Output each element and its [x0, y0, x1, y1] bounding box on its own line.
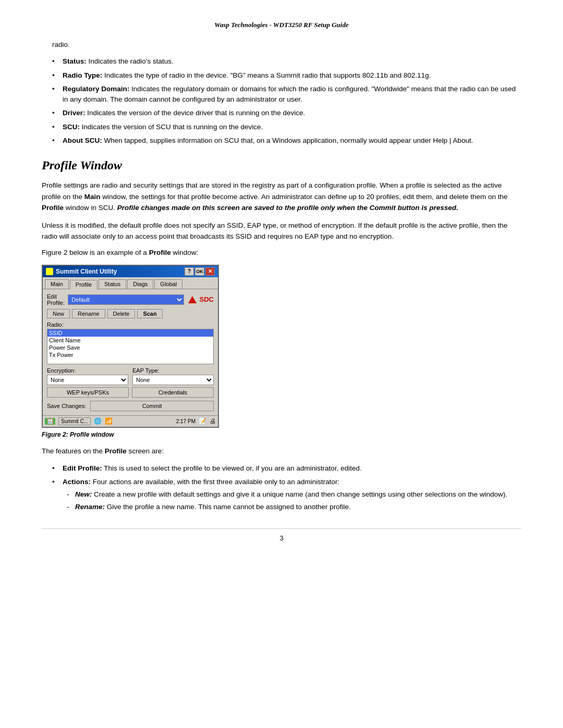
rename-button[interactable]: Rename	[72, 309, 105, 318]
encryption-col: Encryption: None	[47, 367, 128, 385]
page-header: Wasp Technologies - WDT3250 RF Setup Gui…	[42, 21, 521, 29]
scu-action-buttons: New Rename Delete Scan	[47, 309, 214, 318]
wep-keys-button[interactable]: WEP keys/PSKs	[47, 387, 129, 398]
scu-titlebar-left: Summit Client Utility	[46, 268, 117, 275]
start-button[interactable]: 🪟	[45, 418, 55, 425]
list-item: Regulatory Domain: Indicates the regulat…	[52, 84, 521, 105]
taskbar-network-icon: 🌐	[94, 417, 102, 425]
sdc-logo: SDC	[200, 295, 214, 303]
section-para1: Profile settings are radio and security …	[42, 180, 521, 214]
section-title: Profile Window	[42, 158, 521, 172]
edit-profile-label: EditProfile:	[47, 293, 65, 306]
taskbar-time: 2:17 PM	[176, 418, 195, 424]
listbox-item-txpower[interactable]: Tx Power	[47, 351, 213, 359]
radio-label: Radio:	[47, 322, 214, 328]
scan-button[interactable]: Scan	[137, 309, 162, 318]
scu-ok-button[interactable]: OK	[195, 267, 204, 276]
scu-window-title: Summit Client Utility	[56, 268, 117, 275]
credentials-button[interactable]: Credentials	[132, 387, 214, 398]
scu-body: EditProfile: Default SDC New Rename Dele…	[43, 289, 218, 415]
figure-intro: Figure 2 below is an example of a Profil…	[42, 249, 521, 256]
feature-item-edit-profile: Edit Profile: This is used to select the…	[52, 463, 521, 474]
listbox-item-clientname[interactable]: Client Name	[47, 337, 213, 344]
list-item: About SCU: When tapped, supplies informa…	[52, 135, 521, 146]
taskbar-print-icon: 🖨	[210, 417, 216, 425]
content-area: radio. Status: Indicates the radio's sta…	[42, 40, 521, 513]
sdc-arrow-icon	[188, 296, 197, 303]
scu-app-icon	[46, 268, 53, 275]
sdc-arrow-decoration: SDC	[188, 295, 214, 303]
eap-select[interactable]: None	[132, 375, 214, 385]
wep-credentials-row: WEP keys/PSKs Credentials	[47, 387, 214, 398]
list-item: Status: Indicates the radio's status.	[52, 56, 521, 67]
tab-main[interactable]: Main	[45, 279, 69, 289]
figure-label: Figure 2: Profile window	[42, 431, 521, 438]
radio-listbox[interactable]: SSID Client Name Power Save Tx Power	[47, 329, 214, 364]
enc-eap-row: Encryption: None EAP Type: None	[47, 367, 214, 385]
scu-titlebar: Summit Client Utility ? OK ✕	[43, 266, 218, 277]
encryption-select[interactable]: None	[47, 375, 128, 385]
intro-bullet-list: Status: Indicates the radio's status. Ra…	[52, 56, 521, 146]
taskbar-summit-item[interactable]: Summit C...	[58, 417, 91, 425]
sub-item-rename: Rename: Give the profile a new name. Thi…	[63, 502, 521, 512]
list-item: Driver: Indicates the version of the dev…	[52, 108, 521, 118]
taskbar-edit-icon: 📝	[199, 417, 206, 425]
edit-profile-row: EditProfile: Default SDC	[47, 293, 214, 306]
radio-section: Radio: SSID Client Name Power Save Tx Po…	[47, 322, 214, 364]
features-list: Edit Profile: This is used to select the…	[52, 463, 521, 513]
delete-button[interactable]: Delete	[107, 309, 136, 318]
start-icon: 🪟	[47, 418, 53, 424]
radio-text: radio.	[52, 40, 521, 50]
list-item: SCU: Indicates the version of SCU that i…	[52, 122, 521, 132]
header-title: Wasp Technologies - WDT3250 RF Setup Gui…	[214, 21, 348, 29]
tab-global[interactable]: Global	[154, 279, 182, 289]
features-intro: The features on the Profile screen are:	[42, 446, 521, 457]
sub-item-new: New: Create a new profile with default s…	[63, 489, 521, 500]
profile-select[interactable]: Default	[68, 294, 183, 305]
list-item: Radio Type: Indicates the type of radio …	[52, 70, 521, 81]
scu-close-button[interactable]: ✕	[205, 267, 215, 276]
listbox-item-powersave[interactable]: Power Save	[47, 344, 213, 351]
eap-col: EAP Type: None	[132, 367, 214, 385]
listbox-item-ssid[interactable]: SSID	[47, 329, 213, 337]
feature-item-actions: Actions: Four actions are available, wit…	[52, 477, 521, 513]
page-number: 3	[42, 528, 521, 542]
tab-profile[interactable]: Profile	[70, 280, 97, 289]
save-changes-row: Save Changes: Commit	[47, 401, 214, 411]
save-changes-label: Save Changes:	[47, 403, 86, 409]
tab-status[interactable]: Status	[99, 279, 126, 289]
scu-tabs: Main Profile Status Diags Global	[43, 277, 218, 289]
actions-sub-list: New: Create a new profile with default s…	[63, 489, 521, 513]
commit-button[interactable]: Commit	[90, 401, 214, 411]
eap-label: EAP Type:	[132, 367, 214, 374]
new-button[interactable]: New	[47, 309, 70, 318]
tab-diags[interactable]: Diags	[127, 279, 153, 289]
taskbar-signal-icon: 📶	[105, 417, 113, 425]
section-para2: Unless it is modified, the default profi…	[42, 220, 521, 242]
scu-titlebar-buttons: ? OK ✕	[185, 267, 215, 276]
encryption-label: Encryption:	[47, 367, 128, 374]
scu-taskbar: 🪟 Summit C... 🌐 📶 2:17 PM 📝 🖨	[43, 415, 218, 427]
scu-help-button[interactable]: ?	[185, 267, 194, 276]
scu-window: Summit Client Utility ? OK ✕ Main Profil…	[42, 265, 219, 428]
